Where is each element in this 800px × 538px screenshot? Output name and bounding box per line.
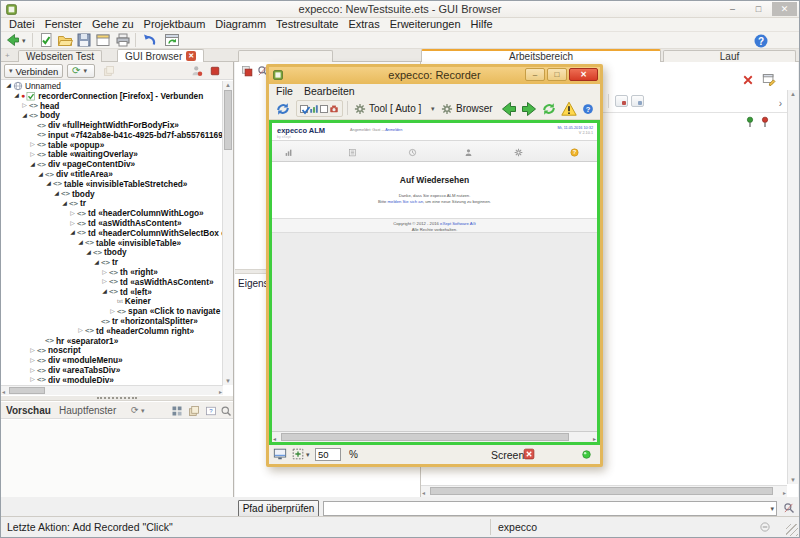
check-path-button[interactable]: Pfad überprüfen bbox=[238, 500, 319, 517]
tree-node[interactable]: ◢<>td «left» bbox=[1, 287, 223, 297]
badge-help-icon[interactable]: ? bbox=[205, 405, 217, 417]
expander-icon[interactable]: ◢ bbox=[68, 228, 77, 237]
menu-testresultate[interactable]: Testresultate bbox=[271, 18, 343, 31]
layers-icon[interactable] bbox=[188, 405, 200, 417]
expander-icon[interactable]: ◢ bbox=[92, 258, 101, 267]
expander-icon[interactable]: ▷ bbox=[108, 307, 117, 316]
menu-projektbaum[interactable]: Projektbaum bbox=[139, 18, 211, 31]
panel-splitter[interactable] bbox=[1, 396, 233, 401]
tree-node[interactable]: <>input «7f42ab8e-b41c-4925-bd7f-ab55761… bbox=[1, 130, 223, 140]
tab-arbeitsbereich[interactable]: Arbeitsbereich bbox=[421, 49, 661, 62]
print-icon[interactable] bbox=[115, 32, 131, 48]
tab-close-icon[interactable]: ✕ bbox=[186, 51, 196, 61]
preview-refresh-icon[interactable]: ⟳ ▾ bbox=[131, 405, 145, 415]
save-icon[interactable] bbox=[76, 32, 92, 48]
recorder-menu-file[interactable]: File bbox=[276, 85, 293, 97]
zoom-input[interactable]: 50 bbox=[315, 448, 341, 461]
expander-icon[interactable]: ◢ bbox=[100, 287, 109, 296]
tree-node[interactable]: ▷<>head bbox=[1, 101, 223, 111]
tree-node[interactable]: ◢<>td «headerColumnWithSelectBox center» bbox=[1, 228, 223, 238]
tab-gui-browser[interactable]: GUI Browser ✕ bbox=[117, 49, 204, 62]
recorder-maximize-button[interactable]: □ bbox=[547, 68, 567, 81]
back-arrow-icon[interactable] bbox=[5, 32, 21, 48]
browser-sync-icon[interactable] bbox=[164, 32, 180, 48]
accept-doc-icon[interactable] bbox=[38, 32, 54, 48]
tree-node[interactable]: ◢<>div «pageContentDiv» bbox=[1, 159, 223, 169]
menu-fenster[interactable]: Fenster bbox=[40, 18, 87, 31]
tree-node[interactable]: ◢●recorderConnection [Firefox] - Verbund… bbox=[1, 91, 223, 101]
close-button[interactable]: ✕ bbox=[772, 2, 797, 16]
menu-extras[interactable]: Extras bbox=[343, 18, 384, 31]
open-folder-icon[interactable] bbox=[57, 32, 73, 48]
tree-node[interactable]: ▷<>td «asWidthAsContent» bbox=[1, 277, 223, 287]
tool-gear-icon[interactable] bbox=[354, 103, 366, 115]
expander-icon[interactable]: ◢ bbox=[36, 170, 45, 179]
tab-hauptfenster[interactable]: Hauptfenster bbox=[59, 405, 116, 416]
menu-diagramm[interactable]: Diagramm bbox=[210, 18, 271, 31]
tree-node[interactable]: ▷<>div «areaTabsDiv» bbox=[1, 365, 223, 375]
pin-red-icon[interactable] bbox=[759, 116, 771, 128]
tree-node[interactable]: ◢<>tbody bbox=[1, 248, 223, 258]
nav-back-icon[interactable] bbox=[501, 101, 517, 117]
expander-icon[interactable]: ▷ bbox=[100, 268, 109, 277]
tool-dropdown-icon[interactable]: ▾ bbox=[431, 105, 435, 113]
tab-lauf[interactable]: Lauf bbox=[663, 50, 796, 62]
resize-grip[interactable] bbox=[786, 524, 798, 536]
expander-icon[interactable]: ▷ bbox=[76, 326, 85, 335]
unlink-icon[interactable] bbox=[631, 95, 644, 107]
scroll-left-icon[interactable]: ◂ bbox=[422, 489, 425, 496]
tree-vertical-scrollbar[interactable]: ▲ ▼ bbox=[222, 81, 233, 385]
scroll-up-icon[interactable]: ▲ bbox=[790, 91, 796, 97]
viewport-horizontal-scrollbar[interactable]: ◂ ▸ bbox=[272, 431, 597, 442]
scroll-right-icon[interactable]: ▸ bbox=[783, 489, 786, 496]
recorder-titlebar[interactable]: expecco: Recorder – □ ✕ bbox=[269, 67, 600, 84]
expander-icon[interactable]: ◢ bbox=[12, 91, 21, 100]
menu-erweiterungen[interactable]: Erweiterungen bbox=[385, 18, 466, 31]
tab-mid-panel[interactable] bbox=[238, 50, 333, 62]
tree-node[interactable]: ◢<>tr bbox=[1, 199, 223, 209]
reload-icon[interactable] bbox=[541, 101, 557, 117]
record-checkbox-checked[interactable] bbox=[300, 105, 308, 113]
menu-datei[interactable]: Datei bbox=[4, 18, 40, 31]
screen-size-icon[interactable] bbox=[273, 447, 287, 461]
recorder-minimize-button[interactable]: – bbox=[525, 68, 545, 81]
tree-node[interactable]: ◢<>body bbox=[1, 110, 223, 120]
tree-node[interactable]: ◢Unnamed bbox=[1, 81, 223, 91]
recorder-menu-bearbeiten[interactable]: Bearbeiten bbox=[304, 85, 355, 97]
menu-gehe-zu[interactable]: Gehe zu bbox=[87, 18, 139, 31]
recorder-help-icon[interactable]: ? bbox=[582, 103, 594, 115]
zoom-dropdown-icon[interactable]: ▾ bbox=[306, 451, 310, 459]
connect-button[interactable]: ▾ Verbinden bbox=[4, 64, 63, 78]
clear-red-x-icon[interactable] bbox=[742, 74, 754, 86]
refresh-button[interactable]: ⟳ ▾ bbox=[67, 64, 95, 78]
tree-node[interactable]: <>hr «separator1» bbox=[1, 336, 223, 346]
tree-node[interactable]: ◢<>table «invisibleTable» bbox=[1, 238, 223, 248]
recorder-close-button[interactable]: ✕ bbox=[569, 68, 598, 81]
screen-close-icon[interactable] bbox=[523, 448, 535, 460]
tab-add-icon[interactable]: + bbox=[5, 51, 10, 60]
tree-node[interactable]: ◢<>table «invisibleTableStretched» bbox=[1, 179, 223, 189]
grid-view-icon[interactable] bbox=[171, 405, 183, 417]
expander-icon[interactable]: ▷ bbox=[28, 150, 37, 159]
tree-node[interactable]: ◢<>tbody bbox=[1, 189, 223, 199]
toolbar-overflow-icon[interactable]: › bbox=[779, 98, 782, 109]
expander-icon[interactable]: ▷ bbox=[28, 375, 37, 384]
scroll-left-icon[interactable]: ◂ bbox=[2, 388, 5, 395]
expander-icon[interactable]: ◢ bbox=[60, 199, 69, 208]
tree-node[interactable]: ▷<>table «waitingOverlay» bbox=[1, 150, 223, 160]
workspace-horizontal-scrollbar[interactable]: ◂ ▸ bbox=[421, 485, 787, 497]
scroll-right-icon[interactable]: ▸ bbox=[219, 388, 222, 395]
tree-node[interactable]: ▷<>th «right» bbox=[1, 267, 223, 277]
edit-window-icon[interactable] bbox=[762, 72, 776, 86]
scroll-right-icon[interactable]: ▸ bbox=[593, 435, 596, 442]
zoom-fit-icon[interactable] bbox=[291, 447, 305, 461]
warning-icon[interactable] bbox=[561, 101, 577, 117]
combo-dropdown-icon[interactable]: ▾ bbox=[770, 505, 774, 513]
maximize-button[interactable]: □ bbox=[746, 2, 771, 16]
tool-selector-label[interactable]: Tool [ Auto ] bbox=[369, 103, 421, 114]
tree-node[interactable]: <>div «fullHeightWidthForBodyFix» bbox=[1, 120, 223, 130]
nav-forward-icon[interactable] bbox=[521, 101, 537, 117]
tree-node[interactable]: txtKeiner bbox=[1, 297, 223, 307]
tree-node[interactable]: ▷<>div «moduleMenu» bbox=[1, 355, 223, 365]
highlight-element-icon[interactable] bbox=[191, 65, 203, 77]
